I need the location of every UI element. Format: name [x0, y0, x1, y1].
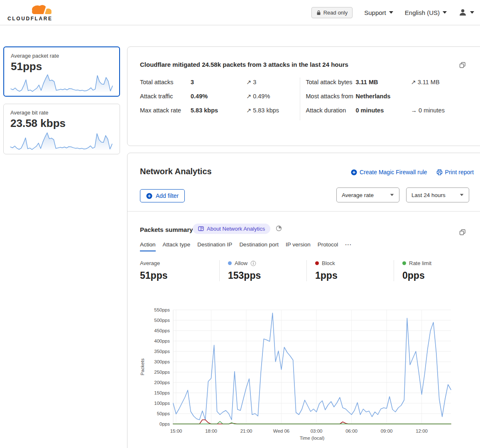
tab-ip-version[interactable]: IP version [286, 241, 311, 251]
svg-text:150pps: 150pps [154, 390, 170, 395]
tab-protocol[interactable]: Protocol [318, 241, 338, 251]
attack-summary-stats: Total attacks3↗ 3Attack traffic0.49%↗ 0.… [140, 78, 474, 120]
svg-text:09:00: 09:00 [381, 429, 393, 433]
svg-text:18:00: 18:00 [205, 429, 217, 433]
stat-label: Total attack bytes [306, 78, 356, 87]
series-stat-head: Allow [228, 260, 306, 266]
stat-trend: → 0 minutes [411, 106, 445, 115]
series-label: Allow [235, 260, 247, 266]
svg-text:400pps: 400pps [154, 338, 170, 343]
svg-text:12:00: 12:00 [416, 429, 428, 433]
legend-dot [228, 261, 232, 265]
summary-stat-row: Attack duration0 minutes→ 0 minutes [306, 106, 474, 115]
legend-dot [402, 261, 406, 265]
user-icon [458, 8, 467, 17]
metric-card-average-packet-rate[interactable]: Average packet rate 51pps [3, 46, 120, 97]
range-select-value: Last 24 hours [411, 192, 446, 198]
tab-destination-ip[interactable]: Destination IP [197, 241, 232, 251]
support-menu[interactable]: Support [364, 9, 393, 16]
chevron-down-icon [390, 194, 394, 196]
svg-text:500pps: 500pps [154, 318, 170, 323]
stat-trend: ↗ 5.83 kbps [246, 106, 279, 115]
copy-icon[interactable] [459, 229, 466, 237]
print-report-link[interactable]: Print report [436, 169, 474, 175]
summary-stat-row: Attack traffic0.49%↗ 0.49% [140, 92, 300, 101]
cloudflare-logo[interactable]: CLOUDFLARE [6, 3, 53, 22]
stat-value: 0 minutes [356, 106, 411, 115]
stat-value: 3 [191, 78, 246, 87]
summary-stat-row: Max attack rate5.83 kbps↗ 5.83 kbps [140, 106, 300, 115]
add-filter-label: Add filter [156, 192, 179, 199]
svg-text:250pps: 250pps [154, 370, 170, 375]
svg-text:21:00: 21:00 [240, 429, 252, 433]
tab-destination-port[interactable]: Destination port [239, 241, 279, 251]
cloudflare-cloud-icon [29, 3, 53, 16]
language-menu[interactable]: English (US) [405, 9, 447, 16]
network-analytics-card: Network Analytics Create Magic Firewall … [127, 153, 480, 448]
metric-value: 23.58 kbps [10, 117, 113, 130]
stat-label: Total attacks [140, 78, 191, 87]
about-network-analytics-badge[interactable]: About Network Analytics [193, 224, 270, 234]
svg-text:Time (local): Time (local) [300, 436, 325, 441]
stat-trend: ↗ 0.49% [246, 92, 270, 101]
stat-label: Most attacks from [306, 92, 356, 101]
series-value: 153pps [228, 270, 306, 281]
svg-text:15:00: 15:00 [170, 429, 182, 433]
chevron-down-icon [389, 11, 393, 14]
series-label: Rate limit [409, 260, 431, 266]
about-badge-label: About Network Analytics [207, 226, 265, 232]
series-label: Block [322, 260, 335, 266]
top-header: CLOUDFLARE Read only Support English (US… [0, 0, 480, 25]
series-stat-block: Block1pps [306, 260, 394, 281]
metric-select-dropdown[interactable]: Average rate [336, 187, 399, 202]
metric-select-value: Average rate [342, 192, 374, 198]
cloudflare-dashboard: CLOUDFLARE Read only Support English (US… [0, 0, 480, 448]
summary-stat-row: Total attacks3↗ 3 [140, 78, 300, 87]
create-magic-firewall-rule-link[interactable]: Create Magic Firewall rule [351, 169, 427, 175]
svg-text:350pps: 350pps [154, 349, 170, 354]
svg-text:0pps: 0pps [159, 421, 170, 426]
book-icon [198, 226, 204, 231]
bit-rate-sparkline [10, 129, 113, 151]
packets-time-series-chart: 15:0018:0021:00Wed 0603:0006:0009:0012:0… [137, 305, 454, 443]
svg-text:450pps: 450pps [154, 328, 170, 333]
series-stat-head: Block [315, 260, 394, 266]
time-range-dropdown[interactable]: Last 24 hours [406, 187, 469, 202]
series-label: Average [140, 260, 160, 266]
account-menu[interactable] [458, 8, 474, 17]
add-filter-button[interactable]: Add filter [140, 189, 185, 202]
attack-summary-card: Cloudflare mitigated 24.58k packets from… [127, 46, 480, 146]
support-label: Support [364, 9, 386, 16]
copy-icon[interactable] [459, 62, 466, 70]
language-label: English (US) [405, 9, 440, 16]
tab-action[interactable]: Action [140, 241, 156, 251]
chevron-down-icon [460, 194, 464, 196]
packets-summary-tabs: ActionAttack typeDestination IPDestinati… [140, 241, 352, 251]
series-stat-head: Average [140, 260, 219, 266]
summary-stat-row: Most attacks fromNetherlands [306, 92, 474, 101]
svg-text:550pps: 550pps [154, 307, 170, 312]
svg-text:50pps: 50pps [157, 411, 170, 416]
series-stat-rate-limit: Rate limit0pps [394, 260, 480, 281]
read-only-badge: Read only [311, 7, 353, 18]
stat-trend: ↗ 3 [246, 78, 256, 87]
packets-summary-stats: Average51ppsAllow 153ppsBlock1ppsRate li… [140, 260, 480, 281]
metric-card-average-bit-rate[interactable]: Average bit rate 23.58 kbps [3, 104, 120, 154]
series-value: 0pps [402, 270, 480, 281]
tab-attack-type[interactable]: Attack type [163, 241, 191, 251]
svg-text:06:00: 06:00 [345, 429, 358, 433]
series-value: 1pps [315, 270, 394, 281]
metric-label: Average packet rate [11, 53, 113, 59]
stat-label: Max attack rate [140, 106, 191, 115]
metric-label: Average bit rate [10, 110, 113, 116]
stat-trend: ↗ 3.11 MB [411, 78, 440, 87]
more-tabs-button[interactable]: ··· [345, 241, 352, 251]
series-stat-allow: Allow 153pps [219, 260, 306, 281]
logo-wordmark: CLOUDFLARE [7, 16, 53, 22]
info-icon[interactable] [250, 261, 256, 266]
series-value: 51pps [140, 270, 219, 281]
stat-label: Attack duration [306, 106, 356, 115]
packets-summary-title: Packets summary [140, 226, 193, 233]
create-rule-label: Create Magic Firewall rule [360, 169, 427, 175]
attack-summary-title: Cloudflare mitigated 24.58k packets from… [140, 61, 348, 68]
